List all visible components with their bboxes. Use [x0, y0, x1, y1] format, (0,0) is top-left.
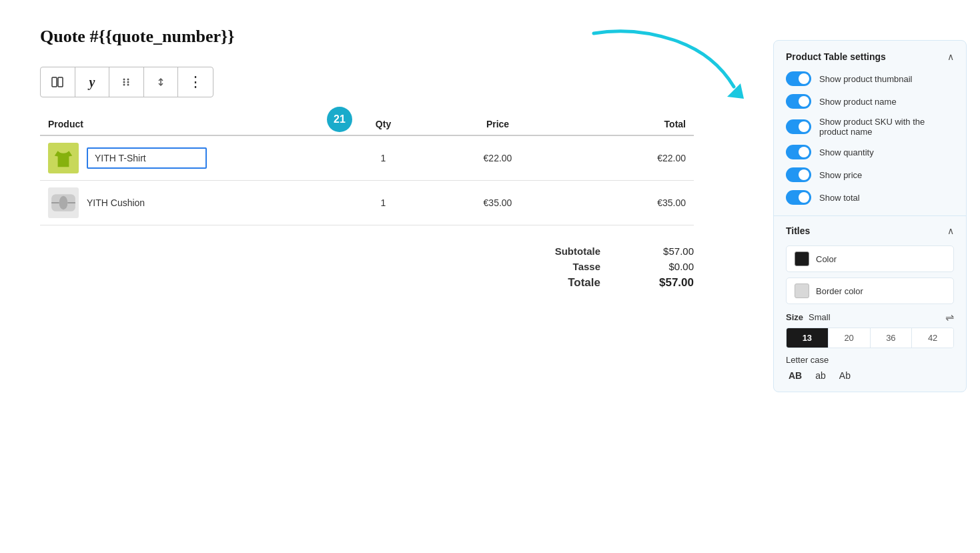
- titles-section-title: Titles: [786, 225, 810, 236]
- size-btn-42[interactable]: 42: [912, 328, 953, 348]
- settings-panel-title: Product Table settings: [786, 51, 886, 62]
- quote-title: Quote #{{quote_number}}: [40, 27, 694, 47]
- toggle-sku[interactable]: [786, 119, 811, 134]
- header-price: Price: [432, 113, 563, 135]
- settings-panel: Product Table settings ∧ Show product th…: [773, 40, 967, 392]
- header-product: Product: [40, 113, 334, 135]
- size-buttons: 13 20 36 42: [786, 328, 954, 348]
- titles-section: Titles ∧ Color Border color Size Small ⇌…: [774, 216, 966, 392]
- product-cell-inner-2: YITH Cushion: [48, 187, 326, 218]
- toggle-row-name: Show product name: [786, 94, 954, 109]
- toggle-price[interactable]: [786, 167, 811, 182]
- subtotal-label: Subtotale: [547, 245, 600, 257]
- svg-rect-1: [52, 77, 57, 87]
- tax-label: Tasse: [547, 261, 600, 272]
- toggle-name[interactable]: [786, 94, 811, 109]
- total-value: $57.00: [640, 276, 694, 290]
- color-swatch-black: [795, 251, 809, 266]
- more-button[interactable]: ⋮: [178, 67, 213, 97]
- product-thumbnail-2: [48, 187, 79, 218]
- svg-point-4: [127, 79, 129, 81]
- toggle-label-total: Show total: [819, 193, 860, 203]
- toggle-row-sku: Show product SKU with the product name: [786, 117, 954, 137]
- product-table-settings: Product Table settings ∧ Show product th…: [774, 41, 966, 216]
- letter-case-label: Letter case: [786, 355, 954, 365]
- svg-point-3: [123, 79, 125, 81]
- subtotal-value: $57.00: [640, 245, 694, 257]
- toggle-total[interactable]: [786, 190, 811, 205]
- columns-button[interactable]: [41, 67, 75, 97]
- svg-point-6: [127, 81, 129, 83]
- product-price-1: €22.00: [432, 135, 563, 181]
- titles-collapse-icon[interactable]: ∧: [947, 225, 954, 236]
- tax-value: $0.00: [640, 261, 694, 272]
- total-row: Totale $57.00: [547, 276, 694, 290]
- size-btn-36[interactable]: 36: [871, 328, 913, 348]
- collapse-icon[interactable]: ∧: [947, 51, 954, 62]
- product-total-2: €35.00: [563, 181, 694, 225]
- svg-point-5: [123, 81, 125, 83]
- product-price-2: €35.00: [432, 181, 563, 225]
- product-table-wrapper: 21 Product Qty Price Total: [40, 113, 694, 225]
- product-cell-1: YITH T-Shirt: [40, 135, 334, 181]
- toggle-row-total: Show total: [786, 190, 954, 205]
- size-adjust-icon[interactable]: ⇌: [945, 311, 954, 324]
- block-toolbar: y ⋮: [40, 67, 213, 97]
- table-row: YITH T-Shirt 1 €22.00 €22.00: [40, 135, 694, 181]
- total-label: Totale: [547, 276, 600, 290]
- color-swatch-light: [795, 284, 809, 298]
- sort-button[interactable]: [144, 67, 179, 97]
- badge-number: 21: [327, 107, 352, 132]
- tax-row: Tasse $0.00: [547, 261, 694, 272]
- svg-point-10: [59, 196, 68, 209]
- table-row: YITH Cushion 1 €35.00 €35.00: [40, 181, 694, 225]
- header-total: Total: [563, 113, 694, 135]
- border-color-label: Border color: [816, 286, 863, 296]
- product-thumbnail-1: [48, 143, 79, 173]
- drag-button[interactable]: [109, 67, 144, 97]
- size-value: Small: [809, 312, 831, 322]
- letter-case-section: Letter case AB ab Ab: [786, 355, 954, 382]
- toggle-label-name: Show product name: [819, 97, 897, 107]
- product-name-input-1[interactable]: YITH T-Shirt: [87, 147, 207, 169]
- main-content: Quote #{{quote_number}} y: [0, 0, 734, 553]
- size-btn-20[interactable]: 20: [829, 328, 871, 348]
- subtotal-row: Subtotale $57.00: [547, 245, 694, 257]
- toggle-row-thumbnail: Show product thumbnail: [786, 71, 954, 86]
- letter-case-lowercase[interactable]: ab: [813, 369, 829, 382]
- edit-button[interactable]: y: [75, 67, 110, 97]
- color-row[interactable]: Color: [786, 245, 954, 272]
- letter-case-capitalize[interactable]: Ab: [837, 369, 853, 382]
- toggle-row-quantity: Show quantity: [786, 145, 954, 159]
- color-label: Color: [816, 254, 837, 264]
- letter-case-row: AB ab Ab: [786, 369, 954, 382]
- toggle-thumbnail[interactable]: [786, 71, 811, 86]
- letter-case-uppercase[interactable]: AB: [786, 369, 805, 382]
- toggle-label-sku: Show product SKU with the product name: [819, 117, 954, 137]
- toggle-quantity[interactable]: [786, 145, 811, 159]
- toggle-label-thumbnail: Show product thumbnail: [819, 74, 912, 84]
- toggle-label-price: Show price: [819, 170, 862, 180]
- settings-header: Product Table settings ∧: [786, 51, 954, 62]
- product-name-2: YITH Cushion: [87, 197, 145, 208]
- svg-point-7: [123, 84, 125, 86]
- product-total-1: €22.00: [563, 135, 694, 181]
- titles-header: Titles ∧: [786, 225, 954, 236]
- size-row: Size Small ⇌: [786, 311, 954, 324]
- product-table: Product Qty Price Total: [40, 113, 694, 225]
- product-qty-2: 1: [334, 181, 432, 225]
- size-btn-13[interactable]: 13: [787, 328, 829, 348]
- toggle-label-quantity: Show quantity: [819, 147, 874, 157]
- size-label: Size: [786, 312, 803, 322]
- toggle-row-price: Show price: [786, 167, 954, 182]
- product-cell-2: YITH Cushion: [40, 181, 334, 225]
- totals-section: Subtotale $57.00 Tasse $0.00 Totale $57.…: [40, 245, 694, 290]
- svg-point-8: [127, 84, 129, 86]
- border-color-row[interactable]: Border color: [786, 278, 954, 304]
- product-cell-inner-1: YITH T-Shirt: [48, 143, 326, 173]
- svg-rect-2: [58, 77, 63, 87]
- product-qty-1: 1: [334, 135, 432, 181]
